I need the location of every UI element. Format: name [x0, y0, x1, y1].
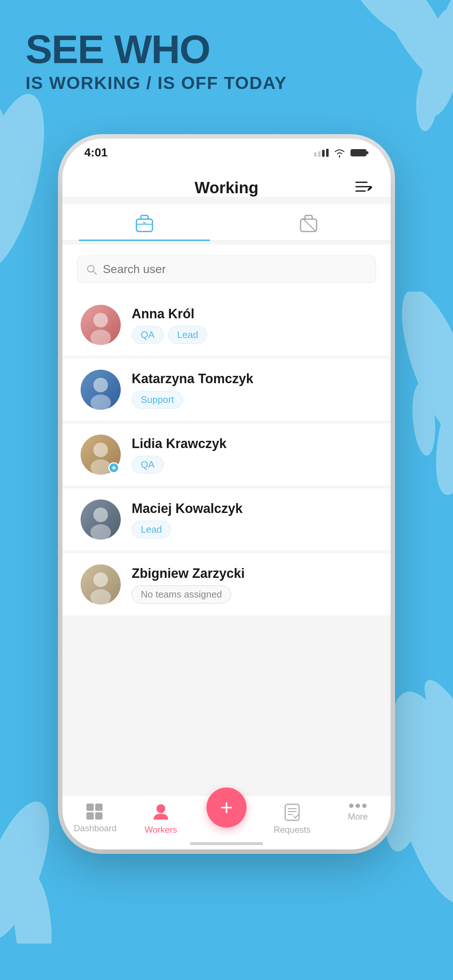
- hero-line2: IS WORKING / IS OFF TODAY: [26, 73, 287, 93]
- user-tags: Support: [132, 391, 372, 409]
- svg-rect-16: [318, 151, 321, 157]
- tab-bar: [62, 204, 391, 241]
- search-bar-container: [62, 245, 391, 294]
- svg-point-13: [0, 793, 64, 943]
- more-icon: [348, 803, 367, 809]
- phone-mockup: 4:01: [62, 138, 391, 904]
- phone-screen: Working: [62, 168, 391, 850]
- search-input[interactable]: [103, 262, 367, 276]
- user-tag: Lead: [168, 326, 207, 344]
- user-tags: Lead: [132, 520, 372, 538]
- user-list-item[interactable]: Maciej KowalczykLead: [62, 488, 391, 550]
- svg-point-51: [156, 804, 165, 813]
- svg-point-12: [415, 673, 453, 776]
- user-name: Lidia Krawczyk: [132, 436, 372, 451]
- avatar-image: [81, 305, 121, 345]
- requests-label: Requests: [274, 825, 310, 835]
- svg-rect-47: [86, 803, 94, 811]
- nav-item-workers[interactable]: Workers: [137, 803, 185, 835]
- svg-rect-15: [314, 153, 317, 157]
- svg-point-43: [91, 524, 111, 539]
- avatar-badge: [108, 462, 119, 473]
- svg-point-56: [349, 803, 353, 808]
- nav-item-more[interactable]: More: [334, 803, 381, 822]
- user-info: Katarzyna TomczykSupport: [132, 371, 372, 409]
- user-info: Anna KrólQALead: [132, 306, 372, 344]
- user-name: Zbigniew Zarzycki: [132, 566, 372, 581]
- user-tag: No teams assigned: [132, 585, 231, 603]
- svg-point-36: [93, 378, 108, 392]
- user-tag: Support: [132, 391, 183, 409]
- user-tags: QA: [132, 456, 372, 474]
- app-title: Working: [195, 179, 258, 197]
- user-list-item[interactable]: Katarzyna TomczykSupport: [62, 359, 391, 421]
- tab-working[interactable]: [62, 204, 226, 240]
- svg-point-1: [415, 5, 453, 119]
- user-info: Lidia KrawczykQA: [132, 436, 372, 474]
- svg-point-14: [10, 869, 56, 943]
- user-list-item[interactable]: Lidia KrawczykQA: [62, 424, 391, 485]
- status-time: 4:01: [84, 146, 108, 159]
- svg-point-42: [93, 508, 108, 522]
- svg-point-9: [410, 382, 438, 457]
- svg-rect-49: [86, 812, 94, 819]
- svg-point-46: [91, 589, 111, 605]
- fab-add-button[interactable]: +: [206, 788, 247, 827]
- user-tags: QALead: [132, 326, 372, 344]
- svg-rect-52: [285, 804, 299, 820]
- svg-rect-25: [136, 219, 152, 232]
- svg-point-5: [0, 87, 59, 278]
- wifi-icon: [333, 148, 346, 158]
- search-icon: [86, 264, 97, 275]
- user-name: Anna Król: [132, 306, 372, 321]
- user-list-item[interactable]: Zbigniew ZarzyckiNo teams assigned: [62, 554, 391, 616]
- search-input-wrapper[interactable]: [77, 256, 376, 283]
- user-tags: No teams assigned: [132, 585, 372, 603]
- avatar: [81, 565, 121, 605]
- hero-section: SEE WHO IS WORKING / IS OFF TODAY: [26, 29, 287, 93]
- svg-point-33: [93, 313, 108, 328]
- avatar-image: [81, 370, 121, 410]
- svg-rect-21: [367, 151, 368, 154]
- user-name: Maciej Kowalczyk: [132, 501, 372, 516]
- tab-off[interactable]: [226, 204, 391, 240]
- users-list: Anna KrólQALead Katarzyna TomczykSupport…: [62, 294, 391, 625]
- phone-frame: 4:01: [62, 138, 391, 850]
- user-list-item[interactable]: Anna KrólQALead: [62, 294, 391, 356]
- app-header: Working: [62, 168, 391, 197]
- avatar-image: [81, 500, 121, 539]
- home-indicator: [190, 842, 263, 845]
- nav-item-dashboard[interactable]: Dashboard: [72, 803, 119, 834]
- signal-icon: [314, 149, 329, 157]
- dashboard-label: Dashboard: [74, 823, 116, 834]
- more-label: More: [348, 811, 368, 822]
- svg-point-6: [0, 89, 20, 203]
- phone-notch: [175, 138, 278, 157]
- svg-point-4: [414, 65, 441, 132]
- nav-item-requests[interactable]: Requests: [268, 803, 316, 835]
- dashboard-icon: [86, 803, 105, 820]
- workers-icon: [152, 803, 170, 822]
- svg-point-2: [345, 0, 437, 52]
- avatar: [81, 500, 121, 539]
- status-icons: [314, 148, 369, 158]
- menu-edit-icon[interactable]: [354, 179, 372, 195]
- hero-line1: SEE WHO: [26, 29, 287, 69]
- svg-rect-50: [95, 812, 102, 819]
- user-name: Katarzyna Tomczyk: [132, 371, 372, 387]
- svg-point-0: [365, 0, 453, 93]
- user-tag: QA: [132, 456, 164, 474]
- svg-rect-17: [322, 150, 325, 157]
- svg-point-7: [387, 292, 453, 449]
- svg-rect-20: [351, 150, 365, 156]
- svg-point-39: [93, 442, 108, 457]
- svg-point-57: [356, 803, 360, 808]
- svg-point-45: [93, 573, 108, 587]
- workers-label: Workers: [145, 825, 177, 835]
- user-info: Maciej KowalczykLead: [132, 501, 372, 538]
- avatar: [81, 434, 121, 475]
- svg-rect-18: [326, 149, 329, 157]
- fab-plus-icon: +: [220, 797, 233, 818]
- user-info: Zbigniew ZarzyckiNo teams assigned: [132, 566, 372, 603]
- requests-icon: [284, 803, 301, 822]
